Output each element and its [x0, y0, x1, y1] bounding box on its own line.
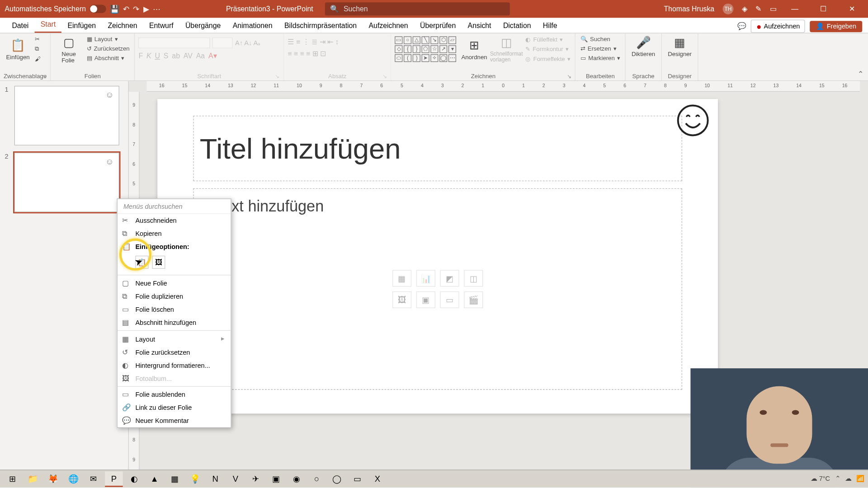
- tab-ansicht[interactable]: Ansicht: [462, 19, 497, 33]
- tab-aufzeichnen[interactable]: Aufzeichnen: [363, 19, 414, 33]
- find-button[interactable]: 🔍 Suchen: [579, 35, 621, 43]
- tab-einfugen[interactable]: Einfügen: [61, 19, 102, 33]
- new-slide-button[interactable]: ▢Neue Folie: [54, 35, 83, 64]
- designer-button[interactable]: ▦Designer: [665, 35, 694, 57]
- tab-start[interactable]: Start: [35, 17, 62, 33]
- app-icon[interactable]: ▭: [348, 471, 366, 487]
- reset-button[interactable]: ↺ Zurücksetzen: [85, 45, 131, 52]
- context-duplicate-slide[interactable]: ⧉Folie duplizieren: [118, 290, 231, 303]
- copy-button[interactable]: ⧉: [33, 45, 42, 53]
- app-icon[interactable]: 💡: [186, 471, 204, 487]
- app-icon[interactable]: ◐: [125, 471, 143, 487]
- explorer-icon[interactable]: 📁: [24, 471, 42, 487]
- slide-thumbnail-1[interactable]: ☺: [14, 86, 119, 145]
- context-format-background[interactable]: ◐Hintergrund formatieren...: [118, 359, 231, 372]
- tray-cloud-icon[interactable]: ☁: [845, 475, 852, 483]
- context-link-slide[interactable]: 🔗Link zu dieser Folie: [118, 401, 231, 414]
- start-button[interactable]: ⊞: [4, 471, 22, 487]
- telegram-icon[interactable]: ✈: [247, 471, 265, 487]
- pen-icon[interactable]: ✎: [755, 5, 761, 13]
- tab-zeichnen[interactable]: Zeichnen: [102, 19, 143, 33]
- tab-animationen[interactable]: Animationen: [226, 19, 278, 33]
- diamond-icon[interactable]: ◈: [742, 5, 747, 13]
- tab-dictation[interactable]: Dictation: [497, 19, 537, 33]
- autosave-label: Automatisches Speichern: [5, 5, 86, 13]
- powerpoint-icon[interactable]: P: [105, 471, 123, 487]
- paste-button[interactable]: 📋Einfügen: [4, 35, 32, 63]
- select-button[interactable]: ▭ Markieren ▾: [579, 54, 621, 62]
- tab-ubergange[interactable]: Übergänge: [179, 19, 227, 33]
- content-placeholder[interactable]: • Text hinzufügen ▦📊◩◫ 🖼▣▭🎬: [193, 188, 682, 390]
- context-search[interactable]: Menüs durchsuchen: [118, 199, 231, 214]
- outlook-icon[interactable]: ✉: [85, 471, 103, 487]
- content-placeholder-icons[interactable]: ▦📊◩◫ 🖼▣▭🎬: [392, 270, 483, 308]
- app-icon[interactable]: V: [226, 471, 245, 487]
- arrange-button[interactable]: ⊞Anordnen: [460, 38, 488, 60]
- undo-icon[interactable]: ↶: [123, 5, 130, 14]
- quick-styles-button[interactable]: ◫Schnellformat vorlagen: [492, 35, 521, 63]
- context-hide-slide[interactable]: ▭Folie ausblenden: [118, 388, 231, 401]
- obs-icon[interactable]: ◉: [288, 471, 306, 487]
- outline-button[interactable]: ✎ Formkontur ▾: [524, 45, 571, 53]
- window-icon[interactable]: ▭: [770, 5, 777, 13]
- excel-icon[interactable]: X: [368, 471, 387, 487]
- context-new-comment[interactable]: 💬Neuer Kommentar: [118, 414, 231, 427]
- minimize-button[interactable]: —: [785, 0, 805, 18]
- section-button[interactable]: ▤ Abschnitt ▾: [85, 54, 131, 62]
- search-placeholder: Suchen: [344, 5, 368, 13]
- body-placeholder-text: Text hinzufügen: [215, 197, 324, 216]
- dictate-button[interactable]: 🎤Diktieren: [629, 35, 657, 57]
- app-icon[interactable]: ◯: [328, 471, 346, 487]
- paste-option-picture[interactable]: 🖼: [152, 256, 165, 269]
- tab-entwurf[interactable]: Entwurf: [143, 19, 179, 33]
- context-layout[interactable]: ▦Layout▸: [118, 332, 231, 346]
- tray-chevron[interactable]: ⌃: [835, 475, 840, 483]
- fill-button[interactable]: ◐ Fülleffekt ▾: [524, 35, 571, 43]
- group-voice: Sprache: [629, 73, 657, 80]
- app-icon[interactable]: ▦: [166, 471, 184, 487]
- context-copy[interactable]: ⧉Kopieren: [118, 227, 231, 240]
- tab-bildschirm[interactable]: Bildschirmpräsentation: [278, 19, 363, 33]
- onenote-icon[interactable]: N: [206, 471, 224, 487]
- close-button[interactable]: ✕: [842, 0, 862, 18]
- cut-button[interactable]: ✂: [33, 35, 42, 43]
- search-box[interactable]: 🔍 Suchen: [325, 2, 510, 15]
- context-new-slide[interactable]: ▢Neue Folie: [118, 277, 231, 290]
- context-reset-slide[interactable]: ↺Folie zurücksetzen: [118, 346, 231, 359]
- effects-button[interactable]: ◎ Formeffekte ▾: [524, 55, 571, 62]
- replace-button[interactable]: ⇄ Ersetzen ▾: [579, 45, 621, 52]
- format-painter-button[interactable]: 🖌: [33, 55, 42, 62]
- firefox-icon[interactable]: 🦊: [44, 471, 62, 487]
- comments-icon[interactable]: 💬: [737, 22, 746, 30]
- weather-widget[interactable]: ☁ 7°C: [811, 475, 830, 483]
- tab-uberprufen[interactable]: Überprüfen: [414, 19, 462, 33]
- context-menu: Menüs durchsuchen ✂Ausschneiden ⧉Kopiere…: [117, 198, 231, 428]
- title-placeholder[interactable]: Titel hinzufügen: [193, 116, 682, 181]
- tab-hilfe[interactable]: Hilfe: [537, 19, 563, 33]
- user-avatar[interactable]: TH: [723, 4, 734, 14]
- redo-icon[interactable]: ↷: [133, 5, 140, 14]
- more-icon[interactable]: ⋯: [153, 5, 160, 14]
- slide-thumbnail-2[interactable]: ☺: [14, 153, 119, 212]
- layout-button[interactable]: ▦ Layout ▾: [85, 35, 131, 43]
- tray-network-icon[interactable]: 📶: [856, 475, 864, 483]
- app-icon[interactable]: ○: [308, 471, 326, 487]
- shapes-gallery[interactable]: ▭○△╲↘⬡▱ ◇{}⬠☆↗▾ ⬭()➤✧◯⋯: [395, 36, 457, 62]
- context-cut[interactable]: ✂Ausschneiden: [118, 214, 231, 227]
- context-add-section[interactable]: ▤Abschnitt hinzufügen: [118, 316, 231, 329]
- app-icon[interactable]: ▣: [267, 471, 285, 487]
- autosave-toggle[interactable]: [90, 5, 106, 13]
- share-button[interactable]: 👤Freigeben: [810, 21, 862, 32]
- search-icon: 🔍: [330, 5, 339, 13]
- context-delete-slide[interactable]: ▭Folie löschen: [118, 303, 231, 316]
- save-icon[interactable]: 💾: [110, 5, 119, 14]
- vlc-icon[interactable]: ▲: [146, 471, 164, 487]
- record-button[interactable]: ●Aufzeichnen: [751, 20, 805, 33]
- maximize-button[interactable]: ☐: [813, 0, 834, 18]
- user-name[interactable]: Thomas Hruska: [664, 5, 714, 13]
- collapse-ribbon[interactable]: ⌃: [853, 67, 868, 80]
- start-show-icon[interactable]: ▶: [143, 5, 149, 14]
- slide-canvas[interactable]: Titel hinzufügen • Text hinzufügen ▦📊◩◫ …: [157, 99, 718, 413]
- tab-datei[interactable]: Datei: [6, 19, 34, 33]
- chrome-icon[interactable]: 🌐: [64, 471, 82, 487]
